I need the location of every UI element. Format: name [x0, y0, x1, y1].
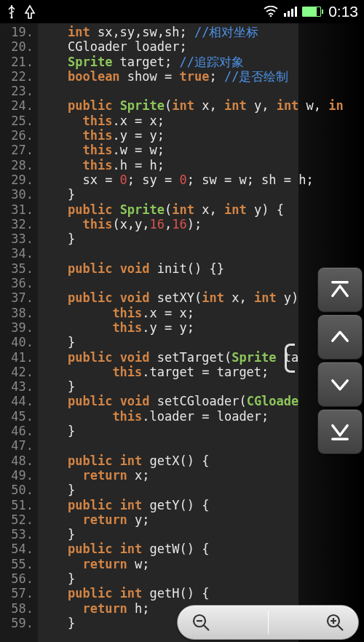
line-number: 31.	[0, 202, 33, 217]
code-line[interactable]: public void init() {}	[38, 261, 364, 276]
svg-line-12	[338, 625, 343, 630]
line-number-gutter: 19.20.21.22.23.24.25.26.27.28.29.30.31.3…	[0, 23, 38, 630]
line-number: 55.	[0, 557, 33, 571]
scroll-bottom-button[interactable]	[317, 409, 363, 454]
zoom-separator	[268, 611, 269, 634]
code-line[interactable]: boolean show = true; //是否绘制	[38, 69, 364, 84]
scroll-down-button[interactable]	[317, 362, 363, 407]
line-number: 51.	[0, 498, 33, 512]
line-number: 28.	[0, 158, 33, 173]
line-number: 42.	[0, 365, 33, 379]
status-bar: 0:13	[0, 0, 364, 23]
zoom-in-button[interactable]	[325, 612, 345, 633]
code-line[interactable]: this.x = x;	[38, 306, 364, 320]
code-line[interactable]: this(x,y,16,16);	[38, 217, 364, 231]
code-line[interactable]: }	[38, 379, 364, 394]
upload-icon	[23, 4, 36, 19]
svg-rect-2	[284, 13, 286, 17]
line-number: 33.	[0, 231, 33, 246]
line-number: 32.	[0, 217, 33, 231]
code-line[interactable]: this.x = x;	[38, 114, 364, 128]
code-line[interactable]	[38, 276, 364, 290]
code-line[interactable]: public Sprite(int x, int y, int w, in	[38, 98, 364, 113]
line-number: 30.	[0, 187, 33, 202]
scroll-up-button[interactable]	[317, 314, 363, 360]
line-number: 21.	[0, 55, 33, 69]
svg-line-9	[204, 625, 209, 630]
line-number: 52.	[0, 512, 33, 527]
line-number: 37.	[0, 290, 33, 305]
line-number: 24.	[0, 98, 33, 113]
line-number: 59.	[0, 616, 33, 630]
code-line[interactable]: this.w = w;	[38, 143, 364, 157]
code-line[interactable]: this.target = target;	[38, 365, 364, 379]
code-line[interactable]: return w;	[38, 557, 364, 571]
battery-icon	[302, 7, 321, 17]
code-line[interactable]	[38, 246, 364, 261]
code-line[interactable]: }	[38, 571, 364, 586]
svg-point-1	[270, 15, 272, 17]
line-number: 48.	[0, 453, 33, 468]
line-number: 41.	[0, 350, 33, 365]
code-line[interactable]: return x;	[38, 468, 364, 483]
code-line[interactable]: public int getY() {	[38, 498, 364, 512]
line-number: 35.	[0, 261, 33, 276]
code-line[interactable]	[38, 84, 364, 98]
code-line[interactable]: }	[38, 424, 364, 438]
code-line[interactable]: public void setTarget(Sprite ta	[38, 350, 364, 365]
line-number: 20.	[0, 39, 33, 54]
line-number: 22.	[0, 69, 33, 84]
line-number: 43.	[0, 379, 33, 394]
line-number: 26.	[0, 128, 33, 143]
line-number: 56.	[0, 571, 33, 586]
code-content[interactable]: int sx,sy,sw,sh; //相对坐标 CGloader loader;…	[38, 23, 364, 630]
code-line[interactable]: }	[38, 231, 364, 246]
line-number: 36.	[0, 276, 33, 290]
zoom-out-button[interactable]	[191, 612, 211, 633]
line-number: 46.	[0, 424, 33, 438]
code-line[interactable]: Sprite target; //追踪对象	[38, 55, 364, 69]
line-number: 54.	[0, 542, 33, 556]
status-time: 0:13	[328, 3, 358, 20]
code-line[interactable]: public void setXY(int x, int y)	[38, 290, 364, 305]
code-line[interactable]: }	[38, 335, 364, 349]
line-number: 29.	[0, 173, 33, 187]
line-number: 19.	[0, 25, 33, 39]
line-number: 50.	[0, 483, 33, 497]
svg-rect-4	[291, 9, 293, 17]
svg-rect-3	[288, 11, 290, 17]
code-line[interactable]: this.y = y;	[38, 128, 364, 143]
nav-button-group	[317, 267, 363, 454]
line-number: 53.	[0, 527, 33, 542]
code-line[interactable]: public int getH() {	[38, 586, 364, 601]
code-line[interactable]: public int getW() {	[38, 542, 364, 556]
code-line[interactable]: sx = 0; sy = 0; sw = w; sh = h;	[38, 173, 364, 187]
code-line[interactable]: }	[38, 527, 364, 542]
code-line[interactable]: public void setCGloader(CGloade	[38, 394, 364, 408]
code-line[interactable]: int sx,sy,sw,sh; //相对坐标	[38, 25, 364, 39]
code-editor[interactable]: 19.20.21.22.23.24.25.26.27.28.29.30.31.3…	[0, 23, 364, 642]
line-number: 45.	[0, 409, 33, 424]
line-number: 44.	[0, 394, 33, 408]
line-number: 34.	[0, 246, 33, 261]
code-line[interactable]: this.y = y;	[38, 320, 364, 335]
svg-rect-5	[295, 7, 297, 17]
code-line[interactable]: public Sprite(int x, int y) {	[38, 202, 364, 217]
signal-icon	[283, 6, 298, 17]
wifi-icon	[263, 6, 279, 17]
code-line[interactable]: CGloader loader;	[38, 39, 364, 54]
code-line[interactable]: this.loader = loader;	[38, 409, 364, 424]
zoom-toolbar	[177, 605, 359, 640]
code-line[interactable]: public int getX() {	[38, 453, 364, 468]
code-line[interactable]: }	[38, 187, 364, 202]
line-number: 49.	[0, 468, 33, 483]
code-line[interactable]: }	[38, 483, 364, 497]
line-number: 57.	[0, 586, 33, 601]
bracket-indicator-icon	[285, 344, 295, 373]
code-line[interactable]	[38, 438, 364, 453]
scroll-top-button[interactable]	[317, 267, 363, 312]
line-number: 38.	[0, 306, 33, 320]
code-line[interactable]: this.h = h;	[38, 158, 364, 173]
line-number: 58.	[0, 601, 33, 616]
code-line[interactable]: return y;	[38, 512, 364, 527]
